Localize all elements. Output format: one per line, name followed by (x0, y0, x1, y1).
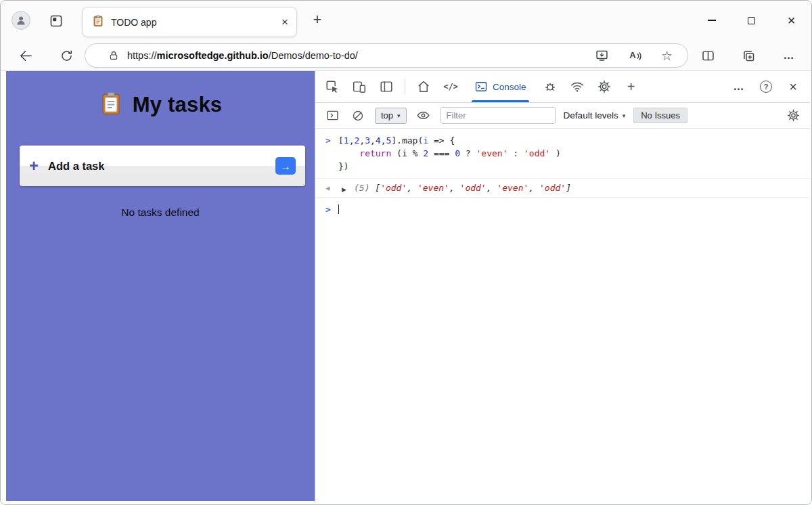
result-preview: (5) ['odd', 'even', 'odd', 'even', 'odd'… (354, 181, 805, 194)
minimize-icon (708, 20, 716, 20)
minimize-button[interactable] (692, 1, 731, 40)
url-path: /Demos/demo-to-do/ (269, 50, 358, 61)
read-aloud-icon[interactable]: A (628, 49, 642, 63)
devtools-panel: </> Console + … ? × (315, 71, 810, 503)
new-tab-button[interactable]: + (309, 11, 326, 28)
inspect-element-icon[interactable] (323, 78, 341, 95)
browser-tab[interactable]: TODO app × (82, 7, 297, 37)
clear-console-icon[interactable] (349, 107, 367, 125)
app-title: My tasks (133, 93, 223, 117)
add-plus-icon: + (29, 158, 39, 174)
console-toolbar: top ▾ Default levels ▾ No Issues (315, 103, 810, 129)
context-selector-dropdown[interactable]: top ▾ (375, 108, 407, 124)
welcome-home-icon[interactable] (415, 78, 432, 95)
devtools-tabbar: </> Console + … ? × (315, 71, 810, 103)
log-levels-dropdown[interactable]: Default levels ▾ (564, 110, 626, 120)
command-chevron-icon: > (325, 134, 331, 147)
window-controls: × (692, 1, 811, 40)
gear-icon[interactable] (595, 78, 613, 95)
content-area: My tasks + Add a task → No tasks defined (1, 71, 811, 504)
toolbar-separator (405, 79, 405, 95)
console-prompt[interactable]: > (315, 198, 810, 219)
url-scheme: https:// (127, 50, 157, 61)
help-question-glyph: ? (760, 81, 772, 93)
expand-triangle-icon[interactable]: ▶ (342, 183, 346, 196)
titlebar: TODO app × + × (1, 1, 811, 40)
console-terminal-icon (474, 80, 488, 93)
console-filter-input[interactable] (441, 107, 556, 124)
returned-value-arrow-icon: ◂ (325, 181, 330, 194)
maximize-icon (748, 17, 755, 24)
chevron-down-icon: ▾ (623, 112, 626, 119)
split-screen-icon[interactable] (696, 44, 719, 67)
person-icon (15, 14, 27, 26)
network-wifi-icon[interactable] (568, 78, 586, 95)
context-selector-value: top (381, 110, 393, 120)
debugger-bug-icon[interactable] (541, 78, 559, 95)
collections-icon[interactable] (737, 44, 760, 67)
add-task-submit-button[interactable]: → (275, 157, 296, 175)
close-icon: × (788, 14, 796, 27)
console-code-line: [1,2,3,4,5].map(i => { (338, 134, 805, 147)
site-info-lock-icon[interactable] (108, 50, 119, 61)
app-header: My tasks (6, 71, 315, 118)
back-button[interactable] (14, 44, 37, 67)
url-text: https://microsoftedge.github.io/Demos/de… (127, 50, 358, 61)
console-sidebar-icon[interactable] (323, 107, 341, 125)
chevron-down-icon: ▾ (397, 112, 401, 119)
console-output[interactable]: > [1,2,3,4,5].map(i => { return (i % 2 =… (315, 129, 810, 503)
console-tab-label: Console (493, 82, 526, 92)
help-icon[interactable]: ? (757, 78, 775, 95)
live-expression-eye-icon[interactable] (415, 107, 432, 125)
devtools-more-icon[interactable]: … (730, 78, 748, 95)
devtools-close-icon[interactable]: × (784, 78, 802, 95)
navigation-bar: https://microsoftedge.github.io/Demos/de… (1, 40, 811, 71)
empty-state-text: No tasks defined (6, 206, 315, 219)
svg-text:A: A (629, 50, 636, 60)
more-tools-plus-icon[interactable]: + (623, 78, 640, 95)
console-code-line: }) (338, 160, 805, 173)
add-task-form[interactable]: + Add a task → (20, 146, 305, 186)
tab-console[interactable]: Console (469, 71, 532, 102)
profile-avatar[interactable] (12, 11, 30, 30)
arrow-right-icon: → (281, 160, 291, 172)
install-app-icon[interactable] (595, 49, 609, 63)
todo-app-page: My tasks + Add a task → No tasks defined (6, 71, 315, 501)
device-emulation-icon[interactable] (351, 78, 368, 95)
issues-badge[interactable]: No Issues (633, 108, 687, 123)
browser-window: TODO app × + × https://microsoftedge.git… (0, 0, 812, 505)
console-code-line: return (i % 2 === 0 ? 'even' : 'odd' ) (338, 147, 805, 160)
favorites-star-icon[interactable]: ☆ (661, 49, 673, 62)
tab-elements-icon[interactable]: </> (442, 78, 459, 95)
prompt-chevron-icon: > (325, 203, 331, 216)
tab-actions-icon[interactable] (48, 13, 64, 29)
tab-close-icon[interactable]: × (281, 16, 288, 28)
log-levels-label: Default levels (564, 110, 618, 120)
console-command: > [1,2,3,4,5].map(i => { return (i % 2 =… (315, 129, 810, 175)
url-host: microsoftedge.github.io (157, 50, 269, 61)
text-cursor (338, 204, 339, 214)
console-result[interactable]: ◂ ▶ (5) ['odd', 'even', 'odd', 'even', '… (315, 178, 810, 198)
close-window-button[interactable]: × (771, 1, 811, 40)
browser-more-icon[interactable]: … (777, 44, 800, 67)
add-task-label: Add a task (48, 160, 104, 173)
maximize-button[interactable] (731, 1, 771, 40)
address-bar[interactable]: https://microsoftedge.github.io/Demos/de… (85, 43, 688, 68)
clipboard-icon (99, 91, 123, 118)
refresh-button[interactable] (55, 44, 78, 67)
tab-title: TODO app (111, 17, 156, 28)
panel-layout-icon[interactable] (378, 78, 395, 95)
console-settings-gear-icon[interactable] (784, 107, 802, 125)
tab-favicon-icon (92, 15, 104, 30)
